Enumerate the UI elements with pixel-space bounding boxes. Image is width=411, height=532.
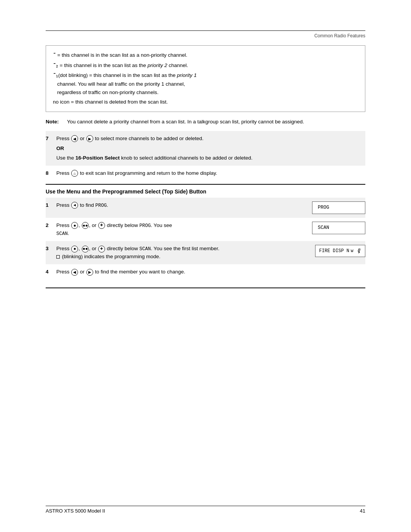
menu-icon: ◀: [73, 203, 76, 208]
step-8-row: 8 Press ⌂ to exit scan list programming …: [46, 166, 365, 181]
scan-label-3: SCAN: [139, 246, 151, 252]
step-3-number: 3: [46, 245, 56, 260]
info-line-4: no icon = this channel is deleted from t…: [53, 98, 358, 106]
note-block: Note: You cannot delete a priority chann…: [46, 118, 365, 126]
down-icon-4: ▶: [88, 269, 91, 275]
scan-display: SCAN: [312, 222, 365, 234]
step-7-number: 7: [46, 135, 56, 162]
info-line-1: ˜̄ = this channel is in the scan list as…: [53, 51, 358, 60]
step-1-left: Press ◀ to find PROG.: [56, 201, 289, 214]
step-7-row: 7 Press ◀ or ▶ to select more channels t…: [46, 131, 365, 166]
step-3-left: Press , , or ✚ directly below SCAN. You …: [56, 245, 289, 260]
section-rule-bottom: [46, 288, 365, 288]
header-rule: [46, 30, 365, 31]
z-icon-3: ˜: [53, 73, 56, 78]
prog-label-1: PROG: [96, 203, 107, 208]
dot-a: [83, 225, 85, 227]
prog-label-2: PROG: [139, 223, 151, 228]
step-7-content: Press ◀ or ▶ to select more channels to …: [56, 135, 365, 162]
two-dot-btn-2[interactable]: [82, 222, 89, 229]
nav-icon-2: ✚: [100, 223, 103, 228]
z-icon-2: ˜: [53, 63, 56, 69]
up-icon-4: ◀: [73, 269, 76, 275]
step-7-extra: Use the 16-Position Select knob to selec…: [56, 154, 361, 162]
prog-display: PROG: [312, 201, 365, 214]
up-arrow-btn-7[interactable]: ◀: [71, 135, 78, 142]
step-4-content: Press ◀ or ▶ to find the member you want…: [56, 268, 365, 276]
header-title: Common Radio Features: [46, 33, 365, 38]
step-3-row: 3 Press , , or ✚ di: [46, 241, 365, 264]
fire-disp-icon: W: [351, 248, 361, 254]
nav-icon-3: ✚: [100, 246, 103, 252]
priority-2-text: priority 2: [148, 62, 167, 68]
dot-c: [83, 248, 85, 250]
home-icon: ⌂: [73, 171, 76, 176]
step-3-inner: Press , , or ✚ directly below SCAN. You …: [56, 245, 365, 260]
priority-1-text: priority 1: [177, 72, 197, 78]
step-2-number: 2: [46, 222, 56, 238]
step-8-content: Press ⌂ to exit scan list programming an…: [56, 169, 365, 177]
note-text: You cannot delete a priority channel fro…: [67, 118, 365, 126]
up-btn-4[interactable]: ◀: [71, 269, 78, 276]
menu-btn-1[interactable]: ◀: [71, 202, 78, 209]
step-8-number: 8: [46, 169, 56, 177]
down-btn-4[interactable]: ▶: [86, 269, 93, 276]
section-rule-top: [46, 184, 365, 185]
antenna-svg: [356, 248, 361, 254]
dot-icon-2: [74, 225, 76, 227]
steps-group-1: 7 Press ◀ or ▶ to select more channels t…: [46, 131, 365, 181]
step-4-number: 4: [46, 268, 56, 276]
footer-rule: [46, 506, 365, 506]
dot-btn-3[interactable]: [71, 246, 78, 252]
two-dot-btn-3[interactable]: [82, 246, 89, 252]
steps-group-2: 1 Press ◀ to find PROG. PROG 2 Press: [46, 198, 365, 280]
down-arrow-btn-7[interactable]: ▶: [86, 135, 93, 142]
fire-disp-display: FIRE DISP N W: [315, 245, 365, 257]
dot-icon-3: [74, 248, 76, 250]
step-1-number: 1: [46, 201, 56, 214]
footer-left: ASTRO XTS 5000 Model II: [46, 508, 105, 514]
or-label-7: OR: [56, 145, 361, 152]
step-2-left: Press , , or ✚ directly below PROG. You …: [56, 222, 289, 238]
dot-b: [86, 225, 88, 227]
blink-square-icon: [56, 255, 60, 259]
down-arrow-icon: ▶: [88, 136, 91, 142]
info-line-2: ˜̄₂ = this channel is in the scan list a…: [53, 61, 358, 70]
step-3-right: FIRE DISP N W: [289, 245, 365, 260]
footer: ASTRO XTS 5000 Model II 41: [46, 508, 365, 514]
step-1-inner: Press ◀ to find PROG. PROG: [56, 201, 365, 214]
info-line-3: ˜̄₁(dot blinking) = this channel is in t…: [53, 71, 358, 96]
z-icon-1: ˜: [53, 53, 56, 58]
position-select-label: 16-Position Select: [75, 155, 119, 161]
footer-right: 41: [360, 508, 365, 514]
step-4-row: 4 Press ◀ or ▶ to find the member you wa…: [46, 264, 365, 280]
dot-d: [86, 248, 88, 250]
home-btn-8[interactable]: ⌂: [71, 170, 78, 177]
fire-disp-text: FIRE DISP N: [319, 248, 349, 254]
dot-btn-2[interactable]: [71, 222, 78, 229]
page: Common Radio Features ˜̄ = this channel …: [0, 0, 411, 532]
step-1-right: PROG: [289, 201, 365, 214]
nav-btn-3[interactable]: ✚: [98, 246, 105, 252]
step-2-row: 2 Press , , or ✚ di: [46, 218, 365, 241]
up-arrow-icon: ◀: [73, 136, 76, 142]
step-1-row: 1 Press ◀ to find PROG. PROG: [46, 198, 365, 218]
two-dot-icon-3: [83, 248, 88, 250]
two-dot-icon-2: [83, 225, 88, 227]
step-2-inner: Press , , or ✚ directly below PROG. You …: [56, 222, 365, 238]
nav-btn-2[interactable]: ✚: [98, 222, 105, 229]
info-box: ˜̄ = this channel is in the scan list as…: [46, 45, 365, 112]
section-heading: Use the Menu and the Preprogrammed Selec…: [46, 189, 365, 195]
note-label: Note:: [46, 118, 65, 126]
step-2-right: SCAN: [289, 222, 365, 238]
step-7-main: Press ◀ or ▶ to select more channels to …: [56, 135, 361, 142]
scan-label-2: SCAN: [56, 231, 68, 236]
